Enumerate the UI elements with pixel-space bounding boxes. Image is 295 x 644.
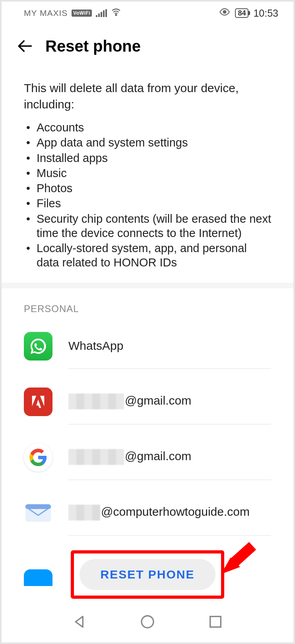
page-title: Reset phone [45, 37, 141, 55]
description-intro: This will delete all data from your devi… [24, 80, 271, 112]
redacted-text [68, 505, 100, 521]
reset-phone-button[interactable]: RESET PHONE [80, 559, 215, 590]
account-row-google[interactable]: @gmail.com [24, 430, 271, 485]
list-item: Photos [24, 181, 271, 195]
annotation-arrow-icon [216, 531, 264, 580]
list-item: Locally-stored system, app, and personal… [24, 241, 271, 270]
svg-marker-7 [76, 617, 83, 627]
list-item: Files [24, 196, 271, 210]
carrier-label: MY MAXIS [24, 8, 68, 18]
list-item: Security chip contents (will be erased t… [24, 212, 271, 241]
svg-point-1 [223, 11, 226, 13]
annotation-highlight: RESET PHONE [71, 550, 224, 599]
redacted-text [68, 393, 124, 409]
account-label: @gmail.com [68, 449, 191, 465]
description-block: This will delete all data from your devi… [2, 65, 293, 283]
status-bar: MY MAXIS VoWiFi 84 10:53 [2, 2, 293, 24]
account-row-whatsapp[interactable]: WhatsApp [24, 318, 271, 374]
clock: 10:53 [253, 8, 278, 19]
battery-level: 84 [238, 9, 246, 17]
email-icon [24, 499, 52, 527]
account-label: WhatsApp [68, 339, 123, 353]
svg-rect-6 [229, 542, 256, 567]
nav-back-button[interactable] [68, 610, 91, 635]
nav-recents-button[interactable] [204, 610, 227, 635]
account-label: @computerhowtoguide.com [68, 505, 250, 521]
account-row-adobe[interactable]: @gmail.com [24, 374, 271, 430]
eye-icon [219, 6, 230, 20]
redacted-text [68, 449, 124, 465]
battery-indicator: 84 [235, 8, 248, 18]
adobe-icon [24, 388, 52, 416]
list-item: Music [24, 166, 271, 180]
header: Reset phone [2, 24, 293, 65]
signal-icon [96, 9, 107, 17]
svg-point-8 [142, 616, 153, 628]
description-list: Accounts App data and system settings In… [24, 120, 271, 270]
vowifi-badge: VoWiFi [72, 10, 92, 17]
list-item: Accounts [24, 120, 271, 135]
svg-point-0 [116, 14, 117, 15]
list-item: App data and system settings [24, 135, 271, 150]
back-button[interactable] [15, 37, 34, 56]
svg-rect-9 [210, 617, 221, 627]
svg-rect-4 [25, 504, 51, 509]
section-personal-label: PERSONAL [2, 288, 293, 318]
whatsapp-icon [24, 332, 52, 361]
list-item: Installed apps [24, 151, 271, 165]
nav-bar [2, 603, 293, 642]
wifi-icon [111, 7, 121, 19]
google-icon [24, 443, 52, 472]
account-label: @gmail.com [68, 393, 191, 409]
nav-home-button[interactable] [136, 610, 159, 635]
